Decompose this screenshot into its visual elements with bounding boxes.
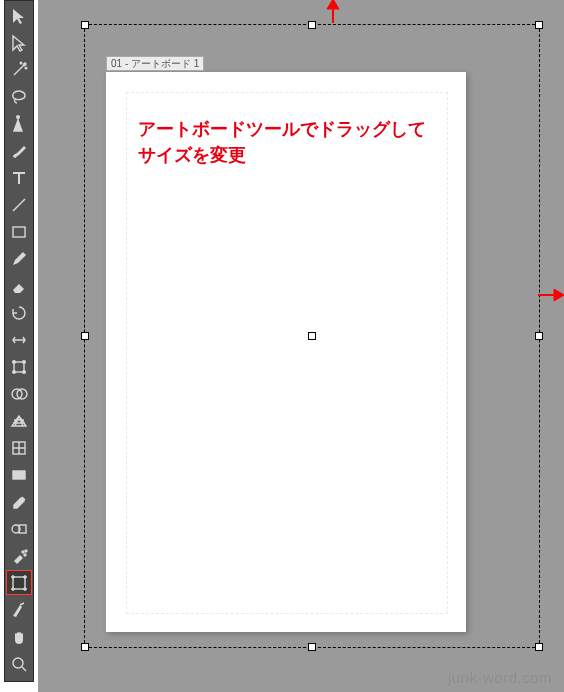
pen-tool[interactable]	[6, 111, 32, 136]
svg-point-25	[13, 658, 23, 668]
svg-point-11	[23, 360, 26, 363]
svg-rect-17	[13, 471, 25, 479]
magic-wand-tool[interactable]	[6, 57, 32, 82]
app-root: 01 - アートボード 1 アートボードツールでドラッグしてサイズを変更 jun…	[0, 0, 564, 692]
svg-rect-9	[14, 362, 24, 372]
canvas-area[interactable]: 01 - アートボード 1 アートボードツールでドラッグしてサイズを変更 jun…	[38, 0, 564, 692]
svg-point-4	[24, 63, 26, 65]
perspective-grid-tool[interactable]	[6, 408, 32, 433]
svg-point-12	[13, 370, 16, 373]
handle-top-right[interactable]	[535, 21, 543, 29]
eyedropper-tool[interactable]	[6, 489, 32, 514]
rotate-tool[interactable]	[6, 300, 32, 325]
blend-tool[interactable]	[6, 516, 32, 541]
eraser-tool[interactable]	[6, 273, 32, 298]
svg-point-10	[13, 360, 16, 363]
mesh-tool[interactable]	[6, 435, 32, 460]
arrow-up-icon	[323, 0, 343, 25]
handle-center[interactable]	[308, 332, 316, 340]
svg-marker-1	[327, 0, 339, 9]
artboard-tool[interactable]	[6, 570, 32, 595]
direct-selection-tool[interactable]	[6, 30, 32, 55]
symbol-sprayer-tool[interactable]	[6, 543, 32, 568]
handle-bottom-right[interactable]	[535, 643, 543, 651]
hand-tool[interactable]	[6, 624, 32, 649]
svg-point-22	[24, 554, 26, 556]
rectangle-tool[interactable]	[6, 219, 32, 244]
svg-point-23	[25, 550, 27, 552]
handle-mid-right[interactable]	[535, 332, 543, 340]
svg-rect-8	[13, 227, 25, 237]
type-tool[interactable]	[6, 165, 32, 190]
slice-tool[interactable]	[6, 597, 32, 622]
handle-mid-left[interactable]	[81, 332, 89, 340]
handle-bottom-left[interactable]	[81, 643, 89, 651]
handle-top-mid[interactable]	[308, 21, 316, 29]
shape-builder-tool[interactable]	[6, 381, 32, 406]
paintbrush-tool[interactable]	[6, 138, 32, 163]
selection-tool[interactable]	[6, 3, 32, 28]
svg-point-6	[25, 67, 27, 69]
handle-bottom-mid[interactable]	[308, 643, 316, 651]
svg-rect-24	[13, 577, 25, 589]
handle-top-left[interactable]	[81, 21, 89, 29]
width-tool[interactable]	[6, 327, 32, 352]
zoom-tool[interactable]	[6, 651, 32, 676]
svg-marker-3	[554, 289, 564, 301]
svg-point-5	[20, 62, 22, 64]
svg-point-7	[17, 115, 20, 118]
artboard-bounding-box[interactable]	[84, 24, 540, 648]
free-transform-tool[interactable]	[6, 354, 32, 379]
tool-panel	[4, 0, 34, 682]
lasso-tool[interactable]	[6, 84, 32, 109]
svg-point-21	[22, 551, 24, 553]
arrow-right-icon	[536, 286, 564, 304]
svg-point-13	[23, 370, 26, 373]
gradient-tool[interactable]	[6, 462, 32, 487]
line-tool[interactable]	[6, 192, 32, 217]
pencil-tool[interactable]	[6, 246, 32, 271]
watermark: junk-word.com	[448, 669, 552, 686]
